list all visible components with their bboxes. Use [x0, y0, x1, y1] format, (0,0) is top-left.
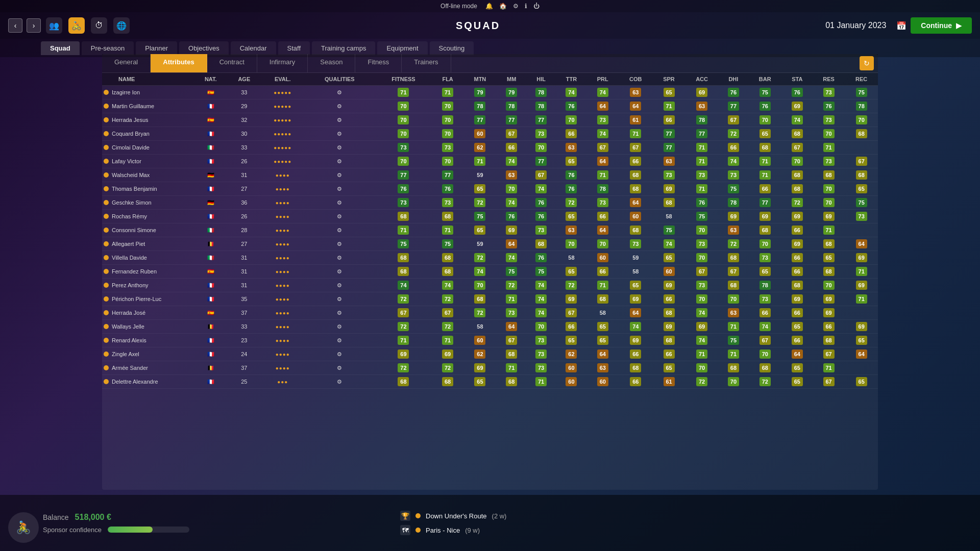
col-rec[interactable]: REC [845, 73, 878, 86]
stat-cell: 65 [556, 265, 587, 279]
col-mtn[interactable]: MTN [463, 73, 497, 86]
col-qualities[interactable]: QUALITIES [304, 73, 375, 86]
sub-tab-season[interactable]: Season [308, 54, 355, 72]
table-row[interactable]: Thomas Benjamin 🇫🇷 27 ●●●● ⚙ 76 76 65 70… [102, 182, 878, 196]
stat-cell: 69 [813, 306, 845, 320]
col-age[interactable]: AGE [227, 73, 261, 86]
player-eval: ●●●● [261, 182, 304, 196]
player-nat: 🇫🇷 [194, 99, 227, 113]
player-age: 36 [227, 196, 261, 210]
col-hil[interactable]: HIL [526, 73, 556, 86]
col-bar[interactable]: BAR [748, 73, 782, 86]
col-cob[interactable]: COB [619, 73, 653, 86]
tab-scouting[interactable]: Scouting [430, 41, 474, 55]
sub-tab-fitness[interactable]: Fitness [355, 54, 402, 72]
globe-icon[interactable]: 🌐 [113, 17, 130, 34]
nav-forward[interactable]: › [27, 18, 41, 33]
stat-cell: 63 [719, 306, 748, 320]
table-row[interactable]: Périchon Pierre-Luc 🇫🇷 35 ●●●● ⚙ 72 72 6… [102, 292, 878, 306]
player-name-cell: Wallays Jelle [102, 320, 194, 334]
table-row[interactable]: Villella Davide 🇮🇹 31 ●●●● ⚙ 68 68 72 74… [102, 251, 878, 265]
bell-icon[interactable]: 🔔 [485, 3, 493, 10]
sub-tab-general[interactable]: General [102, 54, 151, 72]
tab-squad[interactable]: Squad [41, 41, 80, 55]
tab-planner[interactable]: Planner [136, 41, 177, 55]
table-row[interactable]: Cimolai Davide 🇮🇹 33 ●●●●● ⚙ 73 73 62 66… [102, 141, 878, 155]
sub-tab-trainers[interactable]: Trainers [402, 54, 451, 72]
player-age: 24 [227, 347, 261, 361]
table-row[interactable]: Izagirre Ion 🇪🇸 33 ●●●●● ⚙ 71 71 79 79 7… [102, 86, 878, 99]
sub-tab-attributes[interactable]: Attributes [151, 54, 207, 72]
tab-equipment[interactable]: Equipment [377, 41, 427, 55]
player-table-scroll[interactable]: NAME NAT. AGE EVAL. QUALITIES FITNESS FL… [102, 73, 878, 389]
table-row[interactable]: Perez Anthony 🇫🇷 31 ●●●● ⚙ 74 74 70 72 7… [102, 279, 878, 292]
player-nat: 🇫🇷 [194, 182, 227, 196]
table-row[interactable]: Wallays Jelle 🇧🇪 33 ●●●● ⚙ 72 72 58 64 7… [102, 320, 878, 334]
stat-cell: 60 [463, 127, 497, 141]
table-row[interactable]: Armée Sander 🇧🇪 37 ●●●● ⚙ 72 72 69 71 73… [102, 361, 878, 375]
clock-icon[interactable]: ⏱ [91, 17, 107, 34]
stat-cell: 72 [432, 320, 463, 334]
col-dhi[interactable]: DHI [719, 73, 748, 86]
col-mm[interactable]: MM [497, 73, 526, 86]
stat-cell: 66 [497, 141, 526, 155]
col-res[interactable]: RES [813, 73, 845, 86]
table-row[interactable]: Herrada Jesus 🇪🇸 32 ●●●●● ⚙ 70 70 77 77 … [102, 113, 878, 127]
col-prl[interactable]: PRL [587, 73, 619, 86]
stat-cell: 65 [782, 361, 813, 375]
table-row[interactable]: Herrada José 🇪🇸 37 ●●●● ⚙ 67 67 72 73 74… [102, 306, 878, 320]
table-row[interactable]: Walscheid Max 🇩🇪 31 ●●●● ⚙ 77 77 59 63 6… [102, 168, 878, 182]
stat-cell: 70 [845, 113, 878, 127]
stat-cell: 59 [463, 237, 497, 251]
table-row[interactable]: Zingle Axel 🇫🇷 24 ●●●● ⚙ 69 69 62 68 73 … [102, 347, 878, 361]
jersey-icon[interactable]: 🚴 [68, 17, 85, 34]
table-row[interactable]: Consonni Simone 🇮🇹 28 ●●●● ⚙ 71 71 65 69… [102, 223, 878, 237]
col-ttr[interactable]: TTR [556, 73, 587, 86]
table-row[interactable]: Martin Guillaume 🇫🇷 29 ●●●●● ⚙ 70 70 78 … [102, 99, 878, 113]
settings-icon[interactable]: ⚙ [513, 3, 519, 10]
stat-cell: 62 [556, 347, 587, 361]
col-name[interactable]: NAME [102, 73, 194, 86]
tab-staff[interactable]: Staff [278, 41, 310, 55]
tab-calendar[interactable]: Calendar [231, 41, 276, 55]
player-fitness: 76 [375, 182, 432, 196]
table-row[interactable]: Renard Alexis 🇫🇷 23 ●●●● ⚙ 71 71 60 67 7… [102, 334, 878, 347]
table-row[interactable]: Delettre Alexandre 🇫🇷 25 ●●● ⚙ 68 68 65 … [102, 375, 878, 389]
sub-tab-contract[interactable]: Contract [207, 54, 257, 72]
col-fitness[interactable]: FITNESS [375, 73, 432, 86]
tab-preseason[interactable]: Pre-season [82, 41, 134, 55]
table-row[interactable]: Allegaert Piet 🇧🇪 27 ●●●● ⚙ 75 75 59 64 … [102, 237, 878, 251]
stat-cell: 65 [556, 334, 587, 347]
col-sta[interactable]: STA [782, 73, 813, 86]
squad-icon[interactable]: 👥 [46, 17, 62, 34]
player-fitness: 68 [375, 375, 432, 389]
tab-objectives[interactable]: Objectives [179, 41, 229, 55]
col-nat[interactable]: NAT. [194, 73, 227, 86]
table-row[interactable]: Rochas Rémy 🇫🇷 26 ●●●● ⚙ 68 68 75 76 76 … [102, 210, 878, 223]
player-qualities: ⚙ [304, 99, 375, 113]
player-qualities: ⚙ [304, 182, 375, 196]
home-icon[interactable]: 🏠 [499, 3, 507, 10]
tab-training-camps[interactable]: Training camps [312, 41, 375, 55]
calendar-icon[interactable]: 📅 [896, 21, 906, 31]
stat-cell: 78 [526, 86, 556, 99]
stat-cell: 74 [685, 334, 719, 347]
stat-cell: 71 [685, 141, 719, 155]
power-icon[interactable]: ⏻ [533, 3, 540, 10]
table-row[interactable]: Coquard Bryan 🇫🇷 30 ●●●●● ⚙ 70 70 60 67 … [102, 127, 878, 141]
table-row[interactable]: Geschke Simon 🇩🇪 36 ●●●● ⚙ 73 73 72 74 7… [102, 196, 878, 210]
stat-cell: 74 [587, 86, 619, 99]
refresh-button[interactable]: ↻ [860, 56, 874, 70]
col-fla[interactable]: FLA [432, 73, 463, 86]
col-eval[interactable]: EVAL. [261, 73, 304, 86]
stat-cell: 71 [685, 155, 719, 168]
continue-button[interactable]: Continue ▶ [911, 17, 972, 34]
player-eval: ●●●● [261, 223, 304, 237]
sub-tab-infirmary[interactable]: Infirmary [257, 54, 308, 72]
info-icon[interactable]: ℹ [525, 3, 527, 10]
table-row[interactable]: Fernandez Ruben 🇪🇸 31 ●●●● ⚙ 68 68 74 75… [102, 265, 878, 279]
col-spr[interactable]: SPR [653, 73, 685, 86]
table-row[interactable]: Lafay Victor 🇫🇷 26 ●●●●● ⚙ 70 70 71 74 7… [102, 155, 878, 168]
nav-back[interactable]: ‹ [8, 18, 22, 33]
col-acc[interactable]: ACC [685, 73, 719, 86]
